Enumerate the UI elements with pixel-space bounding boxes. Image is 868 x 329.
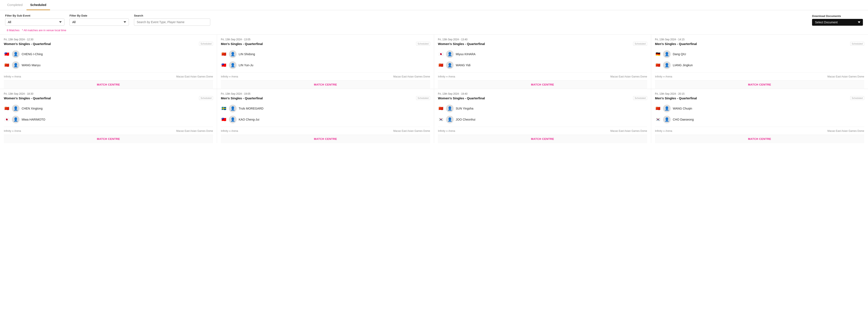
players-section: 🇩🇪 👤 Dang QIU 🇨🇳 👤 LIANG Jingkun <box>655 49 864 71</box>
player-flag: 🇨🇳 <box>4 106 10 111</box>
player-flag: 🇯🇵 <box>4 117 10 121</box>
player-name: Truls MOREGARD <box>239 107 264 110</box>
player-name: KAO Cheng-Jui <box>239 118 259 121</box>
player-row: 🇨🇳 👤 WANG Yidi <box>438 60 647 71</box>
venue-name: Infinity ∞ Arena <box>438 130 455 133</box>
player-row: 🇨🇳 👤 LIN Shidong <box>221 49 430 60</box>
player-flag: 🇨🇳 <box>655 106 661 111</box>
player-row: 🇹🇼 👤 KAO Cheng-Jui <box>221 114 430 125</box>
player-name: SUN Yingsha <box>456 107 473 110</box>
sub-event-select[interactable]: All <box>5 19 64 26</box>
players-section: 🇯🇵 👤 Miyuu KIHARA 🇨🇳 👤 WANG Yidi <box>438 49 647 71</box>
player-flag: 🇩🇪 <box>655 52 661 56</box>
player-name: LIN Yun-Ju <box>239 63 253 67</box>
player-flag: 🇰🇷 <box>655 117 661 121</box>
player-row: 🇹🇼 👤 CHENG I-Ching <box>4 49 213 60</box>
match-centre-button[interactable]: MATCH CENTRE <box>438 80 647 89</box>
match-title-row: Women's Singles - Quarterfinal Scheduled <box>4 42 213 46</box>
match-card: Fri, 13th Sep 2024 - 18:30 Women's Singl… <box>0 89 217 143</box>
player-flag: 🇹🇼 <box>4 52 10 56</box>
search-input[interactable] <box>134 19 210 26</box>
status-badge: Scheduled <box>199 42 213 46</box>
avatar: 👤 <box>12 50 20 58</box>
match-venue: Infinity ∞ Arena Macao East Asian Games … <box>4 72 213 80</box>
match-centre-button[interactable]: MATCH CENTRE <box>655 80 864 89</box>
tab-completed[interactable]: Completed <box>3 0 27 10</box>
status-badge: Scheduled <box>199 96 213 100</box>
match-centre-button[interactable]: MATCH CENTRE <box>655 135 864 143</box>
avatar: 👤 <box>663 105 671 112</box>
match-centre-button[interactable]: MATCH CENTRE <box>221 135 430 143</box>
venue-location: Macao East Asian Games Dome <box>176 130 213 133</box>
download-select[interactable]: Select Document <box>812 19 863 26</box>
match-venue: Infinity ∞ Arena Macao East Asian Games … <box>655 127 864 135</box>
match-centre-button[interactable]: MATCH CENTRE <box>4 135 213 143</box>
match-centre-button[interactable]: MATCH CENTRE <box>438 135 647 143</box>
sub-event-filter: Filter By Sub Event All <box>5 14 64 26</box>
player-flag: 🇸🇪 <box>221 106 227 111</box>
match-title: Women's Singles - Quarterfinal <box>4 97 51 100</box>
player-name: WANG Chuqin <box>673 107 692 110</box>
date-filter: Filter By Date All <box>69 14 129 26</box>
match-title-row: Women's Singles - Quarterfinal Scheduled <box>438 42 647 46</box>
players-section: 🇨🇳 👤 SUN Yingsha 🇰🇷 👤 JOO Cheonhui <box>438 103 647 125</box>
match-centre-button[interactable]: MATCH CENTRE <box>221 80 430 89</box>
match-title-row: Women's Singles - Quarterfinal Scheduled <box>438 96 647 100</box>
venue-name: Infinity ∞ Arena <box>655 75 672 78</box>
player-row: 🇯🇵 👤 Miyuu KIHARA <box>438 49 647 60</box>
match-datetime: Fri, 13th Sep 2024 - 18:30 <box>4 92 213 95</box>
player-name: WANG Manyu <box>22 63 40 67</box>
match-datetime: Fri, 13th Sep 2024 - 13:05 <box>221 38 430 41</box>
filters-section: Filter By Sub Event All Filter By Date A… <box>0 10 868 28</box>
match-venue: Infinity ∞ Arena Macao East Asian Games … <box>221 127 430 135</box>
match-title: Men's Singles - Quarterfinal <box>655 97 697 100</box>
status-badge: Scheduled <box>416 42 430 46</box>
match-card: Fri, 13th Sep 2024 - 20:15 Men's Singles… <box>651 89 868 143</box>
match-datetime: Fri, 13th Sep 2024 - 20:15 <box>655 92 864 95</box>
match-venue: Infinity ∞ Arena Macao East Asian Games … <box>4 127 213 135</box>
player-flag: 🇨🇳 <box>438 63 444 67</box>
players-section: 🇨🇳 👤 WANG Chuqin 🇰🇷 👤 CHO Daeseong <box>655 103 864 125</box>
tab-scheduled[interactable]: Scheduled <box>27 0 50 10</box>
match-datetime: Fri, 13th Sep 2024 - 19:05 <box>221 92 430 95</box>
player-name: WANG Yidi <box>456 63 471 67</box>
venue-location: Macao East Asian Games Dome <box>611 75 647 78</box>
avatar: 👤 <box>663 116 671 123</box>
avatar: 👤 <box>446 116 454 123</box>
date-select[interactable]: All <box>69 19 129 26</box>
venue-location: Macao East Asian Games Dome <box>828 130 864 133</box>
match-title-row: Men's Singles - Quarterfinal Scheduled <box>221 96 430 100</box>
avatar: 👤 <box>229 50 237 58</box>
match-venue: Infinity ∞ Arena Macao East Asian Games … <box>655 72 864 80</box>
download-section: Download Documents Select Document <box>812 15 863 26</box>
venue-name: Infinity ∞ Arena <box>221 75 238 78</box>
status-badge: Scheduled <box>633 96 647 100</box>
avatar: 👤 <box>12 61 20 69</box>
match-title: Women's Singles - Quarterfinal <box>438 97 485 100</box>
date-filter-label: Filter By Date <box>69 14 129 17</box>
status-badge: Scheduled <box>633 42 647 46</box>
player-row: 🇹🇼 👤 LIN Yun-Ju <box>221 60 430 71</box>
match-title: Men's Singles - Quarterfinal <box>221 97 263 100</box>
player-row: 🇨🇳 👤 LIANG Jingkun <box>655 60 864 71</box>
match-card: Fri, 13th Sep 2024 - 19:40 Women's Singl… <box>434 89 651 143</box>
avatar: 👤 <box>229 61 237 69</box>
match-centre-button[interactable]: MATCH CENTRE <box>4 80 213 89</box>
match-title: Women's Singles - Quarterfinal <box>4 42 51 46</box>
player-row: 🇨🇳 👤 CHEN Xingtong <box>4 103 213 114</box>
player-row: 🇨🇳 👤 WANG Manyu <box>4 60 213 71</box>
match-card: Fri, 13th Sep 2024 - 13:40 Women's Singl… <box>434 35 651 89</box>
match-datetime: Fri, 13th Sep 2024 - 19:40 <box>438 92 647 95</box>
player-flag: 🇨🇳 <box>221 52 227 56</box>
match-title-row: Men's Singles - Quarterfinal Scheduled <box>221 42 430 46</box>
status-badge: Scheduled <box>416 96 430 100</box>
match-card: Fri, 13th Sep 2024 - 12:30 Women's Singl… <box>0 35 217 89</box>
player-row: 🇩🇪 👤 Dang QIU <box>655 49 864 60</box>
match-datetime: Fri, 13th Sep 2024 - 12:30 <box>4 38 213 41</box>
match-title-row: Men's Singles - Quarterfinal Scheduled <box>655 42 864 46</box>
status-badge: Scheduled <box>850 42 864 46</box>
player-flag: 🇯🇵 <box>438 52 444 56</box>
player-name: JOO Cheonhui <box>456 118 475 121</box>
tabs-container: Completed Scheduled <box>0 0 868 10</box>
status-badge: Scheduled <box>850 96 864 100</box>
